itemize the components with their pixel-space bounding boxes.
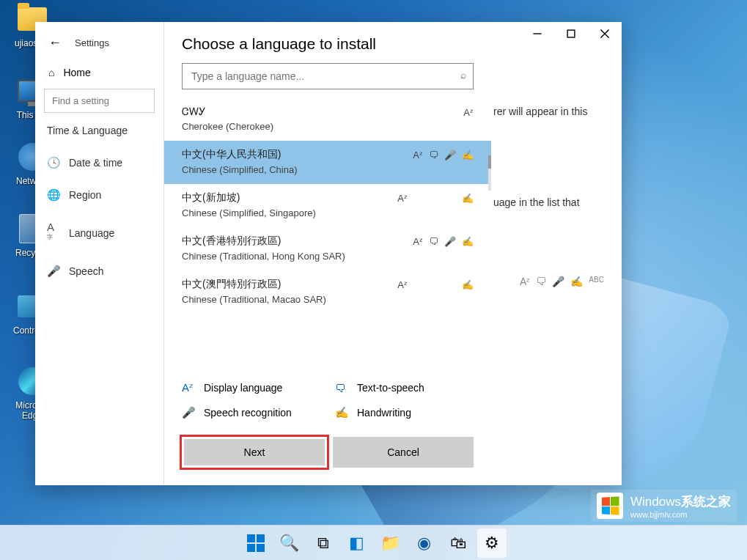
settings-button[interactable]: ⚙ <box>477 528 507 558</box>
display-icon: Aᶻ <box>397 279 408 290</box>
search-icon: 🔍 <box>279 534 299 553</box>
display-icon: Aᶻ <box>182 381 194 394</box>
next-button[interactable]: Next <box>184 439 325 465</box>
maximize-button[interactable] <box>554 22 588 45</box>
language-item-chinese-simplified-singapore[interactable]: 中文(新加坡) Chinese (Simplified, Singapore) … <box>164 184 491 227</box>
language-icon: A字 <box>47 221 59 246</box>
store-icon: 🛍 <box>450 534 466 553</box>
back-button[interactable]: ← <box>48 35 62 51</box>
hand-icon: ✍ <box>570 276 583 287</box>
lang-native: ᏣᎳᎩ <box>182 106 474 118</box>
legend-label: Text-to-speech <box>357 382 424 394</box>
find-setting-input[interactable] <box>44 89 155 113</box>
nav-label: Speech <box>69 265 103 277</box>
settings-sidebar: ← Settings ⌂ Home Time & Language 🕓 Date… <box>35 22 163 485</box>
hand-icon: ✍ <box>335 406 347 419</box>
next-highlight: Next <box>180 435 329 470</box>
search-button[interactable]: 🔍 <box>275 528 304 558</box>
tts-icon: 🗨 <box>429 150 438 161</box>
mic-icon: 🎤 <box>444 236 456 247</box>
clock-icon: 🕓 <box>47 156 59 169</box>
watermark-url: www.bjjmlv.com <box>630 510 731 519</box>
display-icon: Aᶻ <box>463 107 474 118</box>
tts-icon: 🗨 <box>536 276 546 287</box>
partial-text: rer will appear in this <box>493 106 587 117</box>
search-icon[interactable]: ⌕ <box>460 69 466 81</box>
mic-icon: 🎤 <box>182 406 194 419</box>
language-item-chinese-simplified-china[interactable]: 中文(中华人民共和国) Chinese (Simplified, China) … <box>164 141 491 184</box>
lang-features: Aᶻ <box>463 107 474 118</box>
taskbar: 🔍 ⧉ ◧ 📁 ◉ 🛍 ⚙ <box>0 525 747 560</box>
taskview-button[interactable]: ⧉ <box>309 528 338 558</box>
widgets-button[interactable]: ◧ <box>342 528 372 558</box>
language-item-chinese-traditional-macao[interactable]: 中文(澳門特別行政區) Chinese (Traditional, Macao … <box>164 270 491 314</box>
lang-features: Aᶻ 🗨 🎤 ✍ <box>413 150 474 161</box>
display-icon: Aᶻ <box>413 150 423 161</box>
nav-label: Date & time <box>69 157 122 169</box>
lang-english: Chinese (Traditional, Macao SAR) <box>182 294 474 305</box>
minimize-icon <box>532 29 542 39</box>
start-button[interactable] <box>241 528 271 558</box>
cancel-button[interactable]: Cancel <box>333 437 474 468</box>
tts-icon: 🗨 <box>335 382 347 394</box>
feature-legend: Aᶻ Display language 🗨 Text-to-speech 🎤 S… <box>164 371 491 425</box>
language-list[interactable]: ᏣᎳᎩ Cherokee (Cherokee) Aᶻ 中文(中华人民共和国) C… <box>164 98 491 371</box>
lang-english: Chinese (Traditional, Hong Kong SAR) <box>182 251 474 262</box>
mic-icon: 🎤 <box>552 276 564 287</box>
lang-english: Chinese (Simplified, Singapore) <box>182 207 474 218</box>
folder-icon: 📁 <box>380 534 400 553</box>
hand-icon: ✍ <box>462 150 474 161</box>
minimize-button[interactable] <box>520 22 554 45</box>
close-button[interactable] <box>588 22 622 45</box>
mic-icon: 🎤 <box>444 150 456 161</box>
hand-icon: ✍ <box>462 236 474 247</box>
nav-label: Region <box>69 189 101 201</box>
home-nav[interactable]: ⌂ Home <box>35 55 163 89</box>
hand-icon: ✍ <box>462 193 474 204</box>
partial-text: uage in the list that <box>493 196 580 208</box>
watermark-title-b: 系统之家 <box>681 495 731 509</box>
watermark: Windows系统之家 www.bjjmlv.com <box>591 490 737 522</box>
mic-icon: 🎤 <box>47 265 59 278</box>
lang-english: Chinese (Simplified, China) <box>182 164 474 175</box>
scrollbar-thumb[interactable] <box>488 155 491 169</box>
settings-title: Settings <box>75 37 109 48</box>
language-item-chinese-traditional-hk[interactable]: 中文(香港特別行政區) Chinese (Traditional, Hong K… <box>164 227 491 270</box>
edge-icon: ◉ <box>417 534 431 553</box>
lang-features: Aᶻ 🗨 🎤 ✍ <box>413 236 474 247</box>
home-icon: ⌂ <box>48 67 54 78</box>
nav-language[interactable]: A字 Language <box>35 211 163 255</box>
titlebar <box>520 22 622 45</box>
display-icon: Aᶻ <box>413 236 423 247</box>
section-header: Time & Language <box>35 125 163 147</box>
legend-label: Display language <box>204 382 282 394</box>
watermark-title-a: Windows <box>630 495 681 509</box>
svg-rect-1 <box>567 30 575 37</box>
watermark-logo <box>597 493 623 519</box>
nav-label: Language <box>69 227 114 239</box>
legend-label: Speech recognition <box>204 407 292 419</box>
globe-icon: 🌐 <box>47 188 59 202</box>
widgets-icon: ◧ <box>349 534 364 553</box>
nav-speech[interactable]: 🎤 Speech <box>35 255 163 287</box>
abc-icon: ABC <box>589 276 604 287</box>
lang-english: Cherokee (Cherokee) <box>182 121 474 132</box>
lang-features: Aᶻ ✍ <box>397 279 474 290</box>
language-install-dialog: Choose a language to install ⌕ ᏣᎳᎩ Chero… <box>163 22 491 485</box>
gear-icon: ⚙ <box>485 534 499 553</box>
nav-date-time[interactable]: 🕓 Date & time <box>35 147 163 179</box>
close-icon <box>600 29 610 39</box>
hand-icon: ✍ <box>462 279 474 290</box>
tts-icon: 🗨 <box>429 236 438 247</box>
language-search-input[interactable] <box>182 63 474 89</box>
explorer-button[interactable]: 📁 <box>376 528 405 558</box>
legend-label: Handwriting <box>357 407 411 419</box>
taskview-icon: ⧉ <box>317 534 329 553</box>
dialog-buttons: Next Cancel <box>164 425 491 485</box>
store-button[interactable]: 🛍 <box>444 528 473 558</box>
scrollbar[interactable] <box>488 155 491 191</box>
nav-region[interactable]: 🌐 Region <box>35 179 163 211</box>
edge-button[interactable]: ◉ <box>410 528 439 558</box>
language-item-cherokee[interactable]: ᏣᎳᎩ Cherokee (Cherokee) Aᶻ <box>164 98 491 141</box>
maximize-icon <box>566 29 576 39</box>
